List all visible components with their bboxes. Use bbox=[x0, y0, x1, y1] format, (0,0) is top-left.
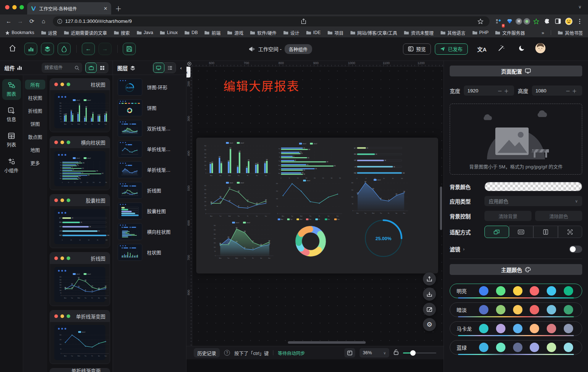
bookmarks-manager[interactable]: Bookmarks bbox=[5, 30, 34, 35]
canvas-chart-胶囊柱图[interactable]: 厦门20南阳40北京60上海80新疆100020406080100 bbox=[351, 143, 406, 180]
layer-item-双折线渐…[interactable]: 双折线渐… bbox=[118, 120, 186, 137]
list-view-toggle[interactable] bbox=[164, 63, 176, 73]
category-散点图[interactable]: 散点图 bbox=[25, 132, 45, 142]
canvas-chart-单折线渐变图[interactable]: 050100150200MonTueWedThuFriSatSundata1 bbox=[273, 179, 344, 217]
theme-row-暗淡[interactable]: 暗淡 bbox=[450, 302, 582, 317]
extension-star-icon[interactable] bbox=[532, 17, 541, 26]
theme-row-明亮[interactable]: 明亮 bbox=[450, 284, 582, 298]
import-download-fab[interactable] bbox=[423, 288, 436, 301]
layer-item-饼图-环形[interactable]: 25.00% 饼图-环形 bbox=[118, 79, 186, 96]
canvas-chart-双折线渐变图[interactable]: 050100150200250300350MonTueWedThuFriSatS… bbox=[211, 221, 275, 259]
charts-drawer-button[interactable] bbox=[24, 43, 37, 55]
bookmark-folder[interactable]: 游戏 bbox=[227, 29, 243, 36]
bookmark-folder[interactable]: 软件/硬件 bbox=[250, 29, 276, 36]
panel-collapse-handle[interactable]: ‹ bbox=[186, 67, 190, 78]
layout-doc-button[interactable] bbox=[344, 348, 355, 358]
ruler-eye-icon[interactable] bbox=[187, 62, 192, 66]
bookmark-folder[interactable]: 资讯未整理 bbox=[404, 29, 434, 36]
editor-canvas[interactable]: 6007008009001000110012001300 20030040050… bbox=[186, 61, 444, 346]
layer-item-饼图[interactable]: 饼图 bbox=[118, 99, 186, 116]
fit-stretch-button[interactable] bbox=[558, 226, 583, 238]
canvas-vscrollbar[interactable] bbox=[440, 187, 442, 230]
settings-gear-fab[interactable]: ⚙ bbox=[423, 318, 436, 331]
component-card-柱状图[interactable]: 柱状图 050100150200250300350MonTueWedThuFri… bbox=[50, 78, 110, 132]
extension-gem-icon[interactable] bbox=[505, 17, 514, 26]
layer-item-胶囊柱图[interactable]: 胶囊柱图 bbox=[118, 202, 186, 220]
component-card-单折线渐变图[interactable]: 单折线渐变图 050100150200MonTueWedThuFriSatSun… bbox=[50, 310, 110, 364]
big-screen-title-text[interactable]: 编辑大屏报表 bbox=[223, 77, 299, 94]
publish-button[interactable]: 已发布 bbox=[435, 43, 468, 55]
rail-tab-小组件[interactable]: 小组件 bbox=[2, 155, 21, 176]
layer-item-柱状图[interactable]: 柱状图 bbox=[118, 244, 186, 261]
width-input[interactable]: 1920－＋ bbox=[464, 85, 514, 96]
save-button[interactable] bbox=[123, 43, 136, 55]
share-icon[interactable] bbox=[299, 17, 308, 26]
bookmark-folder[interactable]: 文件服务器 bbox=[495, 29, 525, 36]
traffic-minimize-icon[interactable] bbox=[12, 5, 17, 9]
fit-width-button[interactable] bbox=[509, 226, 534, 238]
address-bar[interactable]: 127.0.0.1:3000/#/chart/home/9 bbox=[53, 16, 490, 26]
undo-button[interactable]: ← bbox=[82, 43, 95, 55]
bookmark-folder[interactable]: 其他语言 bbox=[440, 29, 466, 36]
grid-view-toggle[interactable] bbox=[97, 63, 108, 73]
bookmark-star-icon[interactable] bbox=[476, 17, 485, 26]
component-card-折线图[interactable]: 折线图 050100150200250300350MonTueWedThuFri… bbox=[50, 252, 110, 306]
component-card-横向柱状图[interactable]: 横向柱状图 050100150200250300350Sun130160Sat1… bbox=[50, 136, 110, 190]
layer-item-单折线渐…[interactable]: 单折线渐… bbox=[118, 141, 186, 158]
fit-height-button[interactable] bbox=[533, 226, 558, 238]
export-upload-fab[interactable] bbox=[423, 272, 436, 285]
history-button[interactable]: 历史记录 bbox=[194, 348, 220, 358]
category-饼图[interactable]: 饼图 bbox=[25, 119, 45, 129]
traffic-zoom-icon[interactable] bbox=[20, 5, 24, 9]
browser-menu-icon[interactable] bbox=[575, 17, 584, 26]
layers-drawer-button[interactable] bbox=[41, 43, 54, 55]
category-所有[interactable]: 所有 bbox=[25, 80, 45, 89]
bookmarks-overflow-icon[interactable]: » bbox=[542, 30, 544, 35]
bookmark-folder[interactable]: Linux bbox=[160, 30, 178, 35]
canvas-chart-饼图[interactable]: MonTueWedThuFriSatSun bbox=[273, 217, 348, 261]
bookmark-folder[interactable]: 运营 bbox=[41, 29, 57, 36]
home-icon[interactable]: ⌂ bbox=[38, 16, 49, 26]
category-柱状图[interactable]: 柱状图 bbox=[25, 93, 45, 103]
clear-color-button[interactable]: 清除颜色 bbox=[535, 211, 582, 221]
stepper-icons[interactable]: －＋ bbox=[497, 87, 511, 94]
tab-search-chevron-icon[interactable]: ∨ bbox=[578, 4, 581, 9]
canvas-chart-横向柱状图[interactable]: 050100150200250300350Sun130160Sat110117F… bbox=[275, 142, 345, 179]
bookmark-folder[interactable]: 前端 bbox=[204, 29, 220, 36]
canvas-hscrollbar[interactable] bbox=[288, 341, 366, 344]
site-info-icon[interactable] bbox=[57, 19, 62, 24]
bookmark-folder[interactable]: Java bbox=[136, 30, 153, 35]
profile-avatar[interactable] bbox=[564, 17, 574, 26]
category-折线图[interactable]: 折线图 bbox=[25, 106, 45, 116]
app-type-select[interactable]: 应用颜色∨ bbox=[484, 196, 582, 206]
lock-icon[interactable] bbox=[394, 349, 399, 356]
zoom-slider-knob[interactable] bbox=[410, 350, 416, 356]
reload-icon[interactable]: ⟳ bbox=[27, 16, 37, 26]
clear-background-button[interactable]: 清除背景 bbox=[484, 211, 532, 221]
canvas-chart-饼图-环形[interactable]: 25.00% bbox=[360, 218, 407, 259]
extension-session-icon[interactable]: 9 bbox=[494, 17, 503, 26]
canvas-chart-单折线渐变面积图[interactable]: 050100150200MonTueWedThuFriSatSun1202001… bbox=[348, 178, 410, 214]
zoom-select[interactable]: 36%∨ bbox=[360, 348, 389, 358]
background-upload-dropzone[interactable]: 背景图需小于 5M，格式为 png/jpg/gif 的文件 bbox=[450, 104, 582, 175]
canvas-chart-折线图[interactable]: 050100150200250300350MonTueWedThuFriSatS… bbox=[201, 181, 272, 217]
extensions-puzzle-icon[interactable] bbox=[542, 17, 552, 26]
user-avatar[interactable] bbox=[535, 43, 546, 55]
fit-scale-button[interactable] bbox=[484, 226, 509, 238]
thumbnail-view-toggle[interactable] bbox=[153, 63, 164, 73]
preview-button[interactable]: 预览 bbox=[403, 43, 431, 55]
redo-button[interactable]: → bbox=[98, 43, 112, 55]
new-tab-button[interactable]: ＋ bbox=[115, 4, 122, 13]
component-card-胶囊柱图[interactable]: 胶囊柱图 厦门20南阳40北京60上海80新疆100020406080100 bbox=[50, 194, 110, 248]
extension-dot-icon[interactable] bbox=[524, 18, 530, 25]
bookmark-folder[interactable]: 网站/博客/文章/工具 bbox=[350, 29, 397, 36]
rail-tab-图表[interactable]: 图表 bbox=[2, 79, 21, 100]
bookmark-folder[interactable]: PHP bbox=[472, 30, 489, 35]
theme-row-马卡龙[interactable]: 马卡龙 bbox=[450, 321, 582, 336]
zoom-slider[interactable] bbox=[403, 352, 436, 354]
filter-toggle[interactable] bbox=[569, 246, 582, 253]
category-更多[interactable]: 更多 bbox=[25, 158, 45, 168]
translate-icon[interactable]: 文A bbox=[477, 45, 487, 53]
bg-color-swatch[interactable] bbox=[484, 182, 582, 191]
layer-item-横向柱状图[interactable]: 横向柱状图 bbox=[118, 223, 186, 240]
